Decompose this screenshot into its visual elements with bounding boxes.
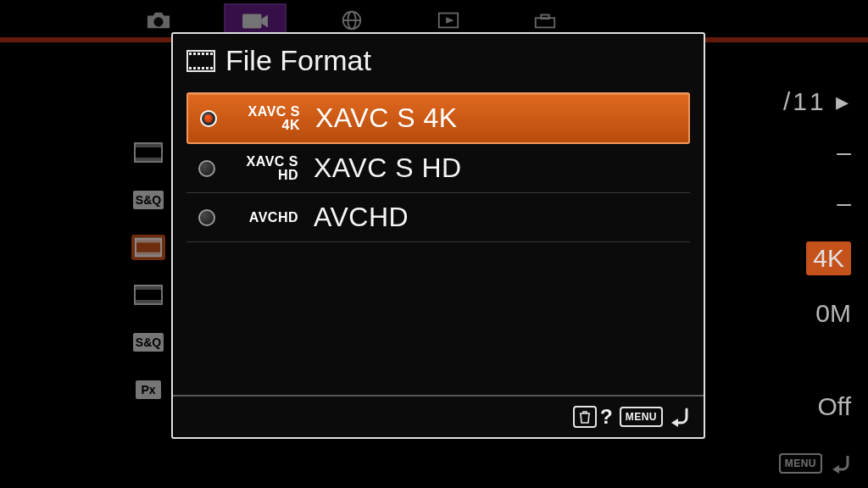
bg-value-rate: 0M xyxy=(783,301,851,326)
svg-rect-19 xyxy=(193,53,196,55)
menu-badge-bg: MENU xyxy=(779,453,822,474)
svg-rect-10 xyxy=(135,158,162,162)
svg-rect-24 xyxy=(189,67,192,69)
option-avchd[interactable]: AVCHD AVCHD xyxy=(186,193,690,242)
back-arrow-icon xyxy=(666,406,692,428)
svg-rect-27 xyxy=(202,67,204,69)
option-xavc-s-hd[interactable]: XAVC SHD XAVC S HD xyxy=(186,144,690,193)
bg-value-dash: – xyxy=(783,191,851,216)
filmstrip-icon xyxy=(131,140,165,165)
option-short-badge: XAVC SHD xyxy=(231,155,298,180)
option-list: XAVC S4K XAVC S 4K XAVC SHD XAVC S HD AV… xyxy=(173,86,704,395)
svg-point-0 xyxy=(153,17,163,26)
bg-value-off: Off xyxy=(783,394,851,419)
svg-rect-13 xyxy=(136,252,161,257)
background-right-column: /11 ▸ – – 4K 0M Off xyxy=(783,89,851,445)
camera-menu-screen: /11 ▸ – – 4K 0M Off S&Q S&Q Px MENU xyxy=(0,0,868,488)
svg-rect-1 xyxy=(242,14,261,29)
filmstrip-icon xyxy=(131,235,165,260)
delete-help-button[interactable]: ? xyxy=(573,405,613,429)
option-short-badge: XAVC S4K xyxy=(232,105,300,130)
svg-rect-16 xyxy=(135,300,162,304)
dialog-header: File Format xyxy=(173,34,704,86)
bg-menu-back: MENU xyxy=(779,452,853,474)
bg-value-dash: – xyxy=(783,140,851,165)
px-icon: Px xyxy=(131,377,165,402)
svg-rect-22 xyxy=(206,53,209,55)
menu-back-button[interactable]: MENU xyxy=(620,406,692,428)
svg-rect-25 xyxy=(193,67,196,69)
sq-icon: S&Q xyxy=(131,187,165,213)
svg-rect-29 xyxy=(210,67,213,69)
option-short-badge: AVCHD xyxy=(231,211,298,224)
option-label: XAVC S 4K xyxy=(315,103,458,134)
svg-rect-18 xyxy=(189,53,192,55)
svg-rect-12 xyxy=(136,239,161,243)
bg-value-4k: 4K xyxy=(806,241,851,275)
svg-rect-7 xyxy=(541,14,548,19)
radio-icon xyxy=(200,110,217,127)
dialog-title: File Format xyxy=(225,44,371,77)
svg-rect-15 xyxy=(135,286,162,290)
back-arrow-icon xyxy=(827,452,853,474)
menu-badge: MENU xyxy=(620,407,663,427)
radio-icon xyxy=(198,160,215,177)
svg-rect-9 xyxy=(135,143,162,147)
radio-icon xyxy=(198,209,215,226)
file-format-dialog: File Format XAVC S4K XAVC S 4K XAVC SHD … xyxy=(171,32,705,439)
option-label: XAVC S HD xyxy=(314,152,462,184)
svg-rect-21 xyxy=(202,53,204,55)
option-label: AVCHD xyxy=(314,202,409,233)
svg-rect-23 xyxy=(210,53,213,55)
trash-icon xyxy=(573,406,597,428)
svg-rect-28 xyxy=(206,67,209,69)
dialog-footer: ? MENU xyxy=(173,395,704,437)
background-left-icons: S&Q S&Q Px xyxy=(131,140,165,402)
page-indicator-bg: /11 ▸ xyxy=(783,89,851,114)
svg-rect-26 xyxy=(198,67,200,69)
help-question-mark: ? xyxy=(600,405,613,429)
option-xavc-s-4k[interactable]: XAVC S4K XAVC S 4K xyxy=(186,92,690,144)
svg-rect-20 xyxy=(198,53,200,55)
filmstrip-icon xyxy=(131,282,165,308)
sq-icon: S&Q xyxy=(131,330,165,355)
filmstrip-icon xyxy=(186,50,215,72)
